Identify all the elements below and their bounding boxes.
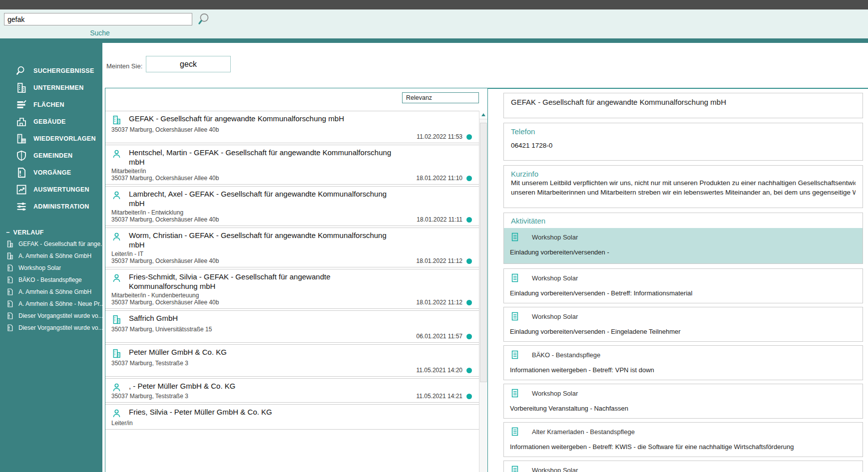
activity-item[interactable]: Workshop Solar <box>503 461 863 472</box>
action-button[interactable] <box>415 149 424 158</box>
result-timestamp: 18.01.2022 11:12 <box>416 299 462 306</box>
sidebar: SUCHERGEBNISSE UNTERNEHMEN FLÄCHEN GEBÄU… <box>0 43 102 472</box>
result-tab[interactable] <box>206 75 216 80</box>
action-button[interactable] <box>446 348 456 358</box>
activity-item[interactable]: Workshop Solar Einladung vorbereiten/ver… <box>503 268 863 303</box>
action-button[interactable] <box>462 273 472 282</box>
case-icon <box>6 312 14 320</box>
action-button[interactable] <box>462 190 472 200</box>
scroll-up-button[interactable] <box>479 111 487 119</box>
action-button[interactable] <box>415 232 424 241</box>
sidebar-item[interactable]: GEMEINDEN <box>9 148 102 163</box>
history-item[interactable]: Workshop Solar <box>0 262 102 274</box>
activity-description: Einladung vorbereiten/versenden - <box>510 248 857 256</box>
action-button[interactable] <box>431 232 440 241</box>
did-you-mean-suggestion[interactable]: geck <box>146 56 231 72</box>
result-tab[interactable] <box>104 75 114 80</box>
result-row[interactable]: Saffrich GmbH 35037 Marburg, Universität… <box>105 310 479 343</box>
action-button[interactable] <box>415 382 424 392</box>
result-tab[interactable] <box>138 75 148 80</box>
action-button[interactable] <box>446 408 456 418</box>
activity-item[interactable]: Alter Kramerladen - Bestandspflege Infor… <box>503 422 863 457</box>
case-icon <box>6 300 14 308</box>
history-item[interactable]: A. Amrhein & Söhne GmbH <box>0 286 102 298</box>
activity-item[interactable]: Workshop Solar Einladung vorbereiten/ver… <box>503 307 863 342</box>
sidebar-item[interactable]: FLÄCHEN <box>9 97 102 112</box>
result-row[interactable]: Fries-Schmidt, Silvia - GEFAK - Gesellsc… <box>105 269 479 309</box>
history-section: − VERLAUF GEFAK - Gesellschaft für ange.… <box>0 227 102 334</box>
action-button[interactable] <box>462 408 472 418</box>
action-button[interactable] <box>462 382 472 392</box>
action-button[interactable] <box>446 115 456 124</box>
history-item[interactable]: A. Amrhein & Söhne - Neue Pr... <box>0 298 102 310</box>
history-item[interactable]: GEFAK - Gesellschaft für ange... <box>0 238 102 250</box>
action-button[interactable] <box>431 190 440 200</box>
history-item[interactable]: Dieser Vorgangstitel wurde vo... <box>0 310 102 322</box>
action-button[interactable] <box>446 232 456 241</box>
result-title: Fries-Schmidt, Silvia - GEFAK - Gesellsc… <box>129 272 401 291</box>
result-row[interactable]: , - Peter Müller GmbH & Co. KG 35037 Mar… <box>105 378 479 403</box>
action-button[interactable] <box>462 232 472 241</box>
action-button[interactable] <box>446 382 456 392</box>
result-row[interactable]: Worm, Christian - GEFAK - Gesellschaft f… <box>105 228 479 267</box>
action-button[interactable] <box>462 115 472 124</box>
phone-card: Telefon 06421 1728-0 <box>503 123 863 161</box>
sort-dropdown[interactable]: Relevanz <box>402 92 479 103</box>
result-row[interactable]: Peter Müller GmbH & Co. KG 35037 Marburg… <box>105 344 479 377</box>
result-tab[interactable] <box>223 75 233 80</box>
search-input[interactable] <box>4 13 192 25</box>
sidebar-item[interactable]: GEBÄUDE <box>9 114 102 129</box>
action-button[interactable] <box>415 273 424 282</box>
result-row[interactable]: Fries, Silvia - Peter Müller GmbH & Co. … <box>105 404 479 430</box>
history-item-label: A. Amrhein & Söhne GmbH <box>18 288 91 295</box>
action-button[interactable] <box>431 382 440 392</box>
action-button[interactable] <box>415 190 424 200</box>
action-button[interactable] <box>446 190 456 200</box>
chart-icon <box>15 184 27 196</box>
sidebar-item[interactable]: ADMINISTRATION <box>9 199 102 214</box>
activity-item[interactable]: Workshop Solar Einladung vorbereiten/ver… <box>504 228 863 263</box>
action-button[interactable] <box>462 348 472 358</box>
result-row[interactable]: GEFAK - Gesellschaft für angewandte Komm… <box>105 111 479 143</box>
result-row[interactable]: Hentschel, Martin - GEFAK - Gesellschaft… <box>105 145 479 185</box>
history-item[interactable]: Dieser Vorgangstitel wurde vo... <box>0 322 102 334</box>
activity-item[interactable]: BÄKO - Bestandspflege Informationen weit… <box>503 345 863 380</box>
sidebar-item[interactable]: SUCHERGEBNISSE <box>9 63 102 78</box>
action-button[interactable] <box>431 408 440 418</box>
activity-description: Informationen weitergeben - Betreff: VPN… <box>510 366 857 374</box>
history-header[interactable]: − VERLAUF <box>0 227 102 238</box>
action-button[interactable] <box>446 273 456 282</box>
action-button[interactable] <box>431 273 440 282</box>
result-timestamp: 18.01.2022 11:11 <box>417 216 462 223</box>
action-button[interactable] <box>462 149 472 158</box>
action-button[interactable] <box>415 408 424 418</box>
activity-title: BÄKO - Bestandspflege <box>532 351 600 359</box>
sidebar-item[interactable]: UNTERNEHMEN <box>9 80 102 95</box>
result-tab[interactable] <box>172 75 182 80</box>
history-item[interactable]: BÄKO - Bestandspflege <box>0 274 102 286</box>
sidebar-item[interactable]: VORGÄNGE <box>9 165 102 180</box>
history-item[interactable]: A. Amrhein & Söhne GmbH <box>0 250 102 262</box>
activity-item[interactable]: Workshop Solar Vorbereitung Veranstaltun… <box>503 384 863 419</box>
action-button[interactable] <box>462 314 472 324</box>
collapse-icon[interactable]: − <box>6 229 10 236</box>
result-tab[interactable] <box>121 75 131 80</box>
action-button[interactable] <box>446 314 456 324</box>
search-button[interactable] <box>197 11 212 27</box>
search-bar: Suche <box>0 9 868 38</box>
action-button[interactable] <box>446 149 456 158</box>
list-scrollbar[interactable] <box>479 111 487 472</box>
history-item-label: A. Amrhein & Söhne GmbH <box>18 252 91 259</box>
sidebar-item[interactable]: AUSWERTUNGEN <box>9 182 102 197</box>
sidebar-item-label: UNTERNEHMEN <box>33 84 84 91</box>
activities-label: Aktivitäten <box>504 213 863 228</box>
result-tab[interactable] <box>155 75 165 80</box>
scrollbar-thumb[interactable] <box>480 123 487 382</box>
case-icon <box>15 167 27 179</box>
shield-icon <box>15 150 27 162</box>
action-button[interactable] <box>431 149 440 158</box>
sidebar-item[interactable]: WIEDERVORLAGEN <box>9 131 102 146</box>
areas-icon <box>15 99 27 111</box>
result-row[interactable]: Lambrecht, Axel - GEFAK - Gesellschaft f… <box>105 186 479 226</box>
result-tab[interactable] <box>189 75 199 80</box>
